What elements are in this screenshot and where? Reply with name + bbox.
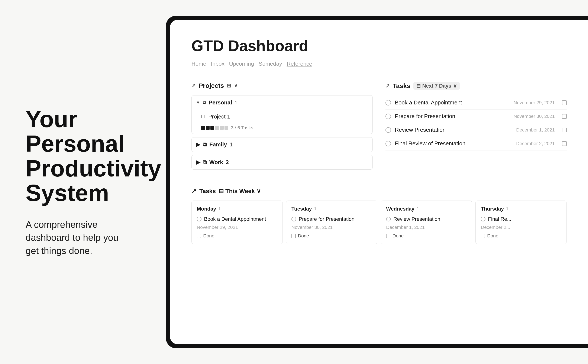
tasks-title: Tasks [393, 82, 410, 90]
thursday-label: Thursday [481, 206, 504, 212]
tuesday-done-checkbox[interactable] [291, 234, 296, 238]
monday-task-circle [197, 217, 202, 221]
tasks-filter-label: Next 7 Days [422, 83, 451, 89]
tasks-filter-badge[interactable]: ⊟ Next 7 Days ∨ [413, 82, 460, 90]
tuesday-done-label: Done [298, 233, 309, 239]
project-group-family[interactable]: ▶ ⧉ Family 1 [191, 137, 373, 152]
wednesday-task-date: December 1, 2021 [386, 225, 467, 230]
monday-task-name[interactable]: Book a Dental Appointment [197, 216, 277, 222]
monday-task-date: November 29, 2021 [197, 225, 277, 230]
sq-5 [220, 126, 224, 130]
task-date-4: December 2, 2021 [516, 141, 555, 146]
work-group-name: Work [209, 159, 223, 166]
project-1-progress: 3 / 6 Tasks [192, 125, 372, 134]
task-date-3: December 1, 2021 [516, 127, 555, 133]
thursday-count: 1 [506, 206, 509, 212]
personal-stack-icon: ⧉ [203, 100, 206, 105]
wednesday-label: Wednesday [386, 206, 414, 212]
tuesday-header: Tuesday 1 [291, 206, 372, 212]
task-name-4: Final Review of Presentation [395, 140, 512, 147]
projects-title: Projects [199, 82, 224, 89]
task-checkbox-1[interactable] [562, 100, 567, 105]
right-panel: GTD Dashboard Home · Inbox · Upcoming · … [137, 16, 588, 348]
notion-content: GTD Dashboard Home · Inbox · Upcoming · … [170, 20, 588, 344]
family-toggle-icon: ▶ [196, 141, 200, 148]
task-row-prepare[interactable]: Prepare for Presentation November 30, 20… [385, 110, 567, 123]
task-checkbox-2[interactable] [562, 114, 567, 119]
monday-done-row[interactable]: Done [197, 233, 277, 239]
wednesday-col: Wednesday 1 Review Presentation December… [381, 201, 472, 244]
thursday-done-checkbox[interactable] [481, 234, 485, 238]
page-title: GTD Dashboard [191, 37, 567, 55]
task-row-dental[interactable]: Book a Dental Appointment November 29, 2… [385, 96, 567, 110]
project-1-item[interactable]: ☐ Project 1 [192, 110, 372, 124]
thursday-header: Thursday 1 [481, 206, 561, 212]
projects-section: ↗ Projects ⊞ ∨ ▼ ⧉ Personal [191, 82, 373, 173]
breadcrumb-someday[interactable]: Someday [259, 60, 282, 67]
week-columns: Monday 1 Book a Dental Appointment Novem… [191, 201, 567, 244]
this-week-arrow-icon: ↗ [191, 188, 196, 195]
project-group-work[interactable]: ▶ ⧉ Work 2 [191, 155, 373, 170]
projects-grid-icon: ⊞ [227, 83, 231, 89]
breadcrumb-reference[interactable]: Reference [287, 60, 312, 67]
breadcrumb-upcoming[interactable]: Upcoming [229, 60, 254, 67]
sq-3 [210, 126, 214, 130]
work-count: 2 [226, 159, 229, 166]
thursday-task-text: Final Re... [488, 216, 511, 222]
tasks-list: Book a Dental Appointment November 29, 2… [385, 96, 567, 150]
task-checkbox-4[interactable] [562, 141, 567, 146]
screen: GTD Dashboard Home · Inbox · Upcoming · … [170, 20, 588, 344]
task-name-3: Review Presentation [395, 127, 512, 133]
projects-arrow-icon: ↗ [191, 83, 196, 89]
wednesday-done-checkbox[interactable] [386, 234, 390, 238]
tuesday-task-name[interactable]: Prepare for Presentation [291, 216, 372, 222]
device-frame: GTD Dashboard Home · Inbox · Upcoming · … [166, 16, 588, 348]
monday-col: Monday 1 Book a Dental Appointment Novem… [191, 201, 283, 244]
tasks-arrow-icon: ↗ [385, 83, 390, 89]
tuesday-label: Tuesday [291, 206, 312, 212]
tasks-section-header: ↗ Tasks ⊟ Next 7 Days ∨ [385, 82, 567, 90]
this-week-filter-badge[interactable]: ⊟ This Week ∨ [219, 188, 261, 195]
breadcrumb-inbox[interactable]: Inbox [211, 60, 224, 67]
projects-chevron-icon[interactable]: ∨ [234, 83, 237, 88]
thursday-done-row[interactable]: Done [481, 233, 561, 239]
work-stack-icon: ⧉ [203, 159, 207, 166]
breadcrumb-home[interactable]: Home [191, 60, 206, 67]
thursday-task-date: December 2... [481, 225, 561, 230]
monday-header: Monday 1 [197, 206, 277, 212]
family-group-name: Family [209, 141, 227, 148]
description: A comprehensive dashboard to help you ge… [26, 218, 119, 257]
tuesday-done-row[interactable]: Done [291, 233, 372, 239]
project-group-personal-header[interactable]: ▼ ⧉ Personal 1 [192, 96, 372, 110]
tuesday-col: Tuesday 1 Prepare for Presentation Novem… [286, 201, 377, 244]
this-week-chevron: ∨ [256, 188, 261, 194]
personal-toggle-icon: ▼ [196, 100, 200, 105]
tasks-section: ↗ Tasks ⊟ Next 7 Days ∨ Book a De [385, 82, 567, 173]
tuesday-task-text: Prepare for Presentation [299, 216, 354, 222]
progress-label: 3 / 6 Tasks [231, 125, 253, 131]
family-stack-icon: ⧉ [203, 141, 207, 148]
task-row-final[interactable]: Final Review of Presentation December 2,… [385, 137, 567, 150]
monday-done-checkbox[interactable] [197, 234, 201, 238]
wednesday-done-label: Done [392, 233, 404, 239]
task-date-1: November 29, 2021 [514, 100, 555, 105]
thursday-task-name[interactable]: Final Re... [481, 216, 561, 222]
wednesday-header: Wednesday 1 [386, 206, 467, 212]
sq-6 [224, 126, 228, 130]
task-circle-2 [385, 114, 391, 119]
this-week-filter-label: This Week [225, 188, 255, 194]
wednesday-task-name[interactable]: Review Presentation [386, 216, 467, 222]
task-checkbox-3[interactable] [562, 128, 567, 132]
monday-count: 1 [218, 206, 221, 212]
task-circle-1 [385, 100, 391, 105]
task-circle-4 [385, 141, 391, 146]
wednesday-count: 1 [417, 206, 419, 212]
headline: Your Personal Productivity System [26, 107, 119, 205]
tuesday-task-circle [291, 217, 296, 221]
tasks-filter-chevron: ∨ [453, 83, 457, 89]
thursday-col: Thursday 1 Final Re... December 2... Don… [475, 201, 567, 244]
wednesday-done-row[interactable]: Done [386, 233, 467, 239]
task-row-review[interactable]: Review Presentation December 1, 2021 [385, 123, 567, 137]
personal-count: 1 [235, 100, 237, 105]
task-date-2: November 30, 2021 [514, 114, 555, 119]
